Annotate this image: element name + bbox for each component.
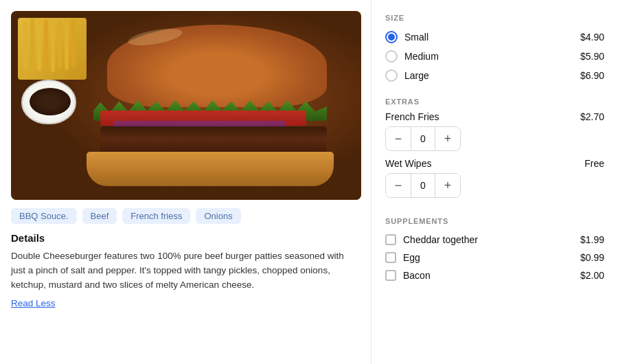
- tags-row: BBQ Souce. Beef French friess Onions: [11, 208, 360, 224]
- size-option-large[interactable]: Large $6.90: [385, 66, 604, 85]
- extras-section-label: EXTRAS: [385, 98, 604, 106]
- size-option-medium[interactable]: Medium $5.90: [385, 47, 604, 66]
- extras-section: EXTRAS French Fries $2.70 − 0 + Wet Wipe…: [385, 95, 604, 205]
- extra-wet-wipes: Wet Wipes Free − 0 +: [385, 158, 604, 198]
- size-large-price: $6.90: [580, 70, 604, 81]
- checkbox-cheddar[interactable]: [385, 234, 396, 245]
- tag-onions: Onions: [196, 208, 240, 224]
- burger-image: [11, 11, 361, 200]
- extra-wet-wipes-price: Free: [584, 158, 604, 169]
- wet-wipes-stepper: − 0 +: [385, 173, 461, 198]
- supplement-bacon-price: $2.00: [580, 270, 604, 281]
- extra-french-fries-price: $2.70: [580, 111, 604, 122]
- details-section: Details Double Cheeseburger features two…: [11, 232, 360, 308]
- supplement-egg-name: Egg: [403, 252, 420, 263]
- sauce-bowl-decoration: [21, 80, 76, 124]
- supplement-cheddar[interactable]: Cheddar together $1.99: [385, 231, 604, 249]
- supplement-cheddar-price: $1.99: [580, 234, 604, 245]
- wet-wipes-qty: 0: [411, 174, 435, 197]
- extra-wet-wipes-name: Wet Wipes: [385, 158, 431, 169]
- checkbox-egg[interactable]: [385, 252, 396, 263]
- radio-large[interactable]: [385, 69, 398, 82]
- supplement-egg-price: $0.99: [580, 252, 604, 263]
- checkbox-bacon[interactable]: [385, 270, 396, 281]
- supplement-bacon-name: Bacon: [403, 270, 431, 281]
- size-option-small[interactable]: Small $4.90: [385, 27, 604, 47]
- extra-french-fries-name: French Fries: [385, 111, 439, 122]
- left-panel: BBQ Souce. Beef French friess Onions Det…: [0, 0, 371, 364]
- tag-bbq: BBQ Souce.: [11, 208, 77, 224]
- size-small-label: Small: [404, 32, 428, 43]
- size-medium-price: $5.90: [580, 51, 604, 62]
- wet-wipes-minus-btn[interactable]: −: [386, 174, 411, 197]
- french-fries-qty: 0: [411, 127, 435, 150]
- tag-beef: Beef: [82, 208, 117, 224]
- radio-small[interactable]: [385, 31, 398, 43]
- supplement-egg[interactable]: Egg $0.99: [385, 249, 604, 266]
- size-section-label: SIZE: [385, 14, 604, 22]
- details-text: Double Cheeseburger features two 100% pu…: [11, 249, 360, 293]
- size-large-label: Large: [404, 70, 429, 81]
- supplement-bacon[interactable]: Bacon $2.00: [385, 266, 604, 284]
- supplement-cheddar-name: Cheddar together: [403, 234, 478, 245]
- tag-fries: French friess: [122, 208, 190, 224]
- supplements-section-label: SUPPLEMENTS: [385, 217, 604, 225]
- extra-french-fries: French Fries $2.70 − 0 +: [385, 111, 604, 151]
- french-fries-plus-btn[interactable]: +: [435, 127, 460, 150]
- size-small-price: $4.90: [580, 32, 604, 43]
- read-less-link[interactable]: Read Less: [11, 298, 360, 308]
- right-panel: SIZE Small $4.90 Medium $5.90 Large $6.9…: [371, 0, 618, 364]
- details-title: Details: [11, 232, 360, 244]
- supplements-section: SUPPLEMENTS Cheddar together $1.99 Egg $…: [385, 214, 604, 284]
- burger-main-decoration: [80, 25, 361, 200]
- french-fries-minus-btn[interactable]: −: [386, 127, 411, 150]
- wet-wipes-plus-btn[interactable]: +: [435, 174, 460, 197]
- radio-small-inner: [388, 34, 395, 41]
- fries-decoration: [18, 18, 87, 80]
- french-fries-stepper: − 0 +: [385, 126, 461, 151]
- size-medium-label: Medium: [404, 51, 439, 62]
- radio-medium[interactable]: [385, 50, 398, 62]
